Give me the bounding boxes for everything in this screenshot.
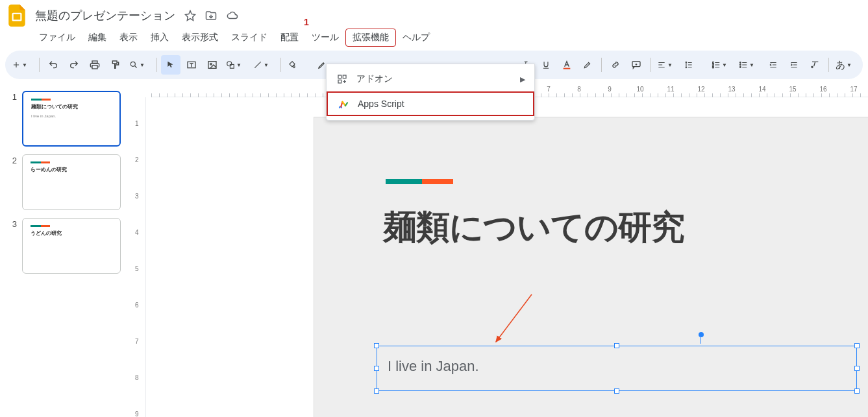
shape-button[interactable]: ▼ — [223, 55, 249, 75]
fill-color-button[interactable] — [285, 55, 311, 75]
zoom-button[interactable]: ▼ — [127, 55, 153, 75]
resize-handle[interactable] — [854, 343, 860, 348]
svg-rect-3 — [343, 75, 346, 78]
highlight-button[interactable] — [578, 55, 597, 75]
svg-line-21 — [496, 294, 532, 342]
svg-point-7 — [130, 62, 135, 66]
svg-point-10 — [210, 63, 212, 65]
cloud-icon[interactable] — [226, 10, 239, 21]
doc-title[interactable]: 無題のプレゼンテーション — [35, 8, 175, 23]
menu-item-addons[interactable]: アドオン ▶ — [327, 68, 534, 90]
menu-item-apps-script[interactable]: Apps Script — [327, 91, 534, 116]
svg-rect-5 — [92, 61, 97, 63]
svg-rect-6 — [92, 66, 97, 69]
print-button[interactable] — [85, 55, 105, 75]
menu-arrange[interactable]: 配置 — [274, 29, 305, 46]
thumb-number: 2 — [9, 154, 17, 210]
selected-textbox[interactable]: I live in Japan. — [377, 346, 857, 391]
extensions-dropdown: アドオン ▶ Apps Script — [326, 64, 535, 121]
underline-button[interactable] — [536, 55, 556, 75]
redo-button[interactable] — [64, 55, 84, 75]
title-row: 無題のプレゼンテーション — [0, 0, 868, 27]
slide-panel[interactable]: 1 麺類についての研究 I live in Japan. 2 らーめんの研究 3 — [0, 84, 133, 417]
menu-edit[interactable]: 編集 — [82, 29, 113, 46]
svg-point-20 — [739, 67, 741, 68]
paint-format-button[interactable] — [106, 55, 125, 75]
rotate-handle[interactable] — [699, 332, 704, 337]
svg-rect-12 — [230, 64, 234, 68]
svg-point-19 — [739, 64, 741, 66]
textbox-button[interactable] — [182, 55, 201, 75]
resize-handle[interactable] — [854, 388, 860, 394]
svg-rect-2 — [338, 75, 341, 78]
star-icon[interactable] — [184, 10, 196, 21]
addons-icon — [336, 74, 349, 84]
move-icon[interactable] — [205, 10, 217, 21]
slide-thumbnail-2[interactable]: らーめんの研究 — [22, 154, 121, 210]
annotation-arrow — [490, 291, 541, 350]
slide-canvas[interactable]: 麺類についての研究 I live in Japan. — [314, 117, 868, 417]
resize-handle[interactable] — [374, 343, 379, 348]
undo-button[interactable] — [43, 55, 63, 75]
resize-handle[interactable] — [614, 343, 619, 348]
comment-button[interactable] — [626, 55, 646, 75]
line-spacing-button[interactable] — [682, 55, 708, 75]
annotation-1: 1 — [304, 17, 309, 27]
menu-slide[interactable]: スライド — [225, 29, 274, 46]
svg-point-18 — [739, 62, 741, 64]
resize-handle[interactable] — [854, 366, 860, 371]
indent-increase-button[interactable] — [784, 55, 804, 75]
menu-bar: 1 ファイル 編集 表示 挿入 表示形式 スライド 配置 ツール 拡張機能 ヘル… — [0, 27, 868, 51]
menu-file[interactable]: ファイル — [32, 29, 82, 46]
slide-thumbnail-3[interactable]: うどんの研究 — [22, 218, 121, 274]
textbox-content[interactable]: I live in Japan. — [388, 358, 479, 375]
svg-point-11 — [227, 62, 232, 66]
bulleted-list-button[interactable]: ▼ — [736, 55, 762, 75]
apps-script-label: Apps Script — [358, 99, 404, 109]
image-button[interactable] — [203, 55, 222, 75]
svg-rect-9 — [208, 62, 216, 69]
select-tool-button[interactable] — [161, 55, 180, 75]
slide-title[interactable]: 麺類についての研究 — [383, 205, 684, 250]
svg-text:3: 3 — [712, 66, 714, 69]
thumb-number: 3 — [9, 218, 17, 274]
addons-label: アドオン — [356, 73, 393, 85]
svg-rect-13 — [564, 68, 571, 69]
accent-bar — [386, 179, 453, 184]
new-slide-button[interactable]: ▼ — [9, 55, 35, 75]
svg-rect-1 — [14, 14, 21, 20]
input-tools-label: あ — [836, 59, 845, 71]
slide-thumbnail-1[interactable]: 麺類についての研究 I live in Japan. — [22, 91, 121, 147]
menu-tools[interactable]: ツール — [305, 29, 345, 46]
resize-handle[interactable] — [374, 388, 379, 394]
vertical-ruler[interactable]: 12345678910 — [133, 97, 146, 417]
submenu-arrow-icon: ▶ — [520, 75, 525, 84]
menu-format[interactable]: 表示形式 — [175, 29, 225, 46]
align-button[interactable]: ▼ — [654, 55, 680, 75]
numbered-list-button[interactable]: 123▼ — [709, 55, 735, 75]
clear-format-button[interactable] — [805, 55, 825, 75]
text-color-button[interactable] — [557, 55, 577, 75]
canvas[interactable]: 麺類についての研究 I live in Japan. — [151, 97, 868, 417]
line-button[interactable]: ▼ — [251, 55, 277, 75]
editor-area: 789101112131415161718 12345678910 麺類について… — [133, 84, 868, 417]
menu-insert[interactable]: 挿入 — [144, 29, 175, 46]
input-tools-button[interactable]: あ▼ — [833, 55, 859, 75]
resize-handle[interactable] — [374, 366, 379, 371]
resize-handle[interactable] — [614, 388, 619, 394]
slides-logo[interactable] — [5, 4, 29, 27]
apps-script-icon — [337, 98, 350, 110]
thumb-number: 1 — [9, 91, 17, 147]
svg-rect-4 — [338, 80, 341, 83]
menu-help[interactable]: ヘルプ — [396, 29, 436, 46]
indent-decrease-button[interactable] — [763, 55, 783, 75]
menu-view[interactable]: 表示 — [113, 29, 144, 46]
link-button[interactable] — [606, 55, 625, 75]
menu-extensions[interactable]: 拡張機能 — [345, 29, 396, 47]
